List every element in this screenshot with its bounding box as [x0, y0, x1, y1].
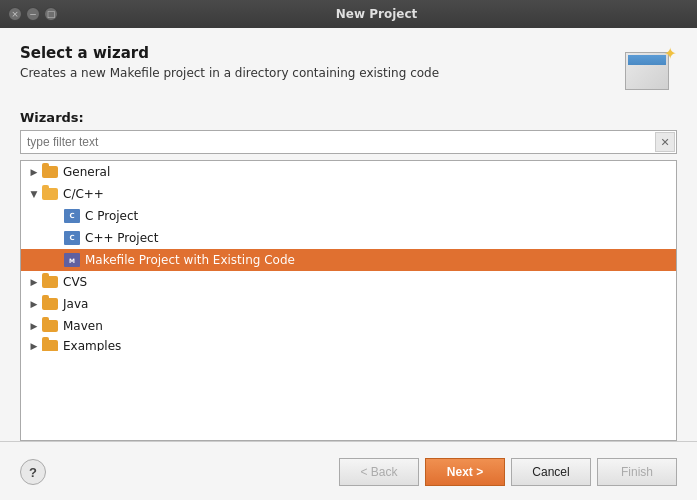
minimize-window-button[interactable]: −	[26, 7, 40, 21]
wizard-icon-graphic	[625, 52, 669, 90]
title-bar: × − □ New Project	[0, 0, 697, 28]
tree-label-general: General	[63, 165, 676, 179]
finish-button[interactable]: Finish	[597, 458, 677, 486]
bottom-buttons: ? < Back Next > Cancel Finish	[20, 446, 677, 486]
tree-label-maven: Maven	[63, 319, 676, 333]
tree-label-cppproject: C++ Project	[85, 231, 676, 245]
tree-label-cpp: C/C++	[63, 187, 676, 201]
close-window-button[interactable]: ×	[8, 7, 22, 21]
filter-input[interactable]	[21, 131, 654, 153]
filter-clear-button[interactable]: ✕	[655, 132, 675, 152]
tree-arrow-general: ▶	[27, 165, 41, 179]
window-controls[interactable]: × − □	[8, 7, 58, 21]
back-button[interactable]: < Back	[339, 458, 419, 486]
file-icon-cproject: C	[63, 209, 81, 223]
tree-arrow-java: ▶	[27, 297, 41, 311]
folder-icon-examples	[41, 339, 59, 351]
cancel-button[interactable]: Cancel	[511, 458, 591, 486]
file-icon-makefile: M	[63, 253, 81, 267]
next-button[interactable]: Next >	[425, 458, 505, 486]
tree-item-general[interactable]: ▶ General	[21, 161, 676, 183]
folder-icon-maven	[41, 319, 59, 333]
file-icon-cppproject: C	[63, 231, 81, 245]
header-text: Select a wizard Creates a new Makefile p…	[20, 44, 439, 80]
maximize-window-button[interactable]: □	[44, 7, 58, 21]
tree-label-examples: Examples	[63, 339, 676, 351]
tree-label-makefile: Makefile Project with Existing Code	[85, 253, 676, 267]
dialog-header: Select a wizard Creates a new Makefile p…	[20, 44, 677, 98]
tree-arrow-maven: ▶	[27, 319, 41, 333]
tree-item-java[interactable]: ▶ Java	[21, 293, 676, 315]
separator	[0, 441, 697, 442]
tree-item-cproject[interactable]: ▶ C C Project	[21, 205, 676, 227]
tree-item-cvs[interactable]: ▶ CVS	[21, 271, 676, 293]
folder-icon-java	[41, 297, 59, 311]
tree-item-cpp[interactable]: ▼ C/C++	[21, 183, 676, 205]
folder-icon-cvs	[41, 275, 59, 289]
tree-item-maven[interactable]: ▶ Maven	[21, 315, 676, 337]
help-button[interactable]: ?	[20, 459, 46, 485]
wizard-icon-star: ✦	[664, 44, 677, 63]
dialog-title: Select a wizard	[20, 44, 439, 62]
folder-icon-cpp	[41, 187, 59, 201]
tree-item-cppproject[interactable]: ▶ C C++ Project	[21, 227, 676, 249]
wizard-icon: ✦	[623, 44, 677, 98]
filter-row: ✕	[20, 130, 677, 154]
tree-label-cvs: CVS	[63, 275, 676, 289]
tree-item-makefile[interactable]: ▶ M Makefile Project with Existing Code	[21, 249, 676, 271]
tree-arrow-examples: ▶	[27, 339, 41, 351]
dialog-content: Select a wizard Creates a new Makefile p…	[0, 28, 697, 500]
wizards-label: Wizards:	[20, 110, 677, 125]
tree-arrow-cpp: ▼	[27, 187, 41, 201]
folder-icon-general	[41, 165, 59, 179]
tree-item-examples[interactable]: ▶ Examples	[21, 337, 676, 351]
tree-arrow-cvs: ▶	[27, 275, 41, 289]
window-title: New Project	[64, 7, 689, 21]
dialog-description: Creates a new Makefile project in a dire…	[20, 66, 439, 80]
tree-label-cproject: C Project	[85, 209, 676, 223]
wizard-tree[interactable]: ▶ General ▼ C/C++ ▶ C C Project ▶ C C++ …	[20, 160, 677, 441]
tree-label-java: Java	[63, 297, 676, 311]
